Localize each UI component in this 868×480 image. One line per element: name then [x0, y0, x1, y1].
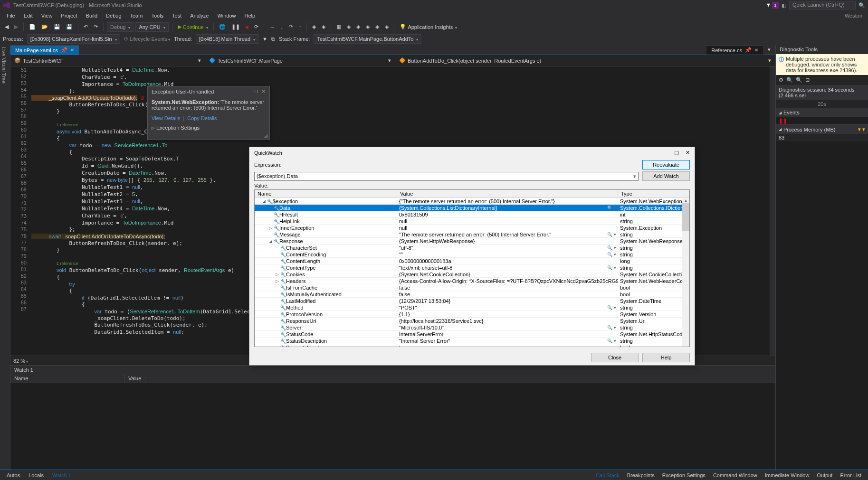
config-dropdown[interactable]: Debug	[107, 22, 134, 32]
close-icon[interactable]: ✕	[754, 47, 758, 53]
stop-icon[interactable]: ■	[244, 24, 251, 30]
grid-row[interactable]: 🔧ContentType "text/xml; charset=utf-8"🔍 …	[255, 264, 689, 271]
watch-col-name[interactable]: Name	[10, 374, 124, 383]
close-button[interactable]: Close	[591, 353, 639, 362]
grid-row[interactable]: 🔧ProtocolVersion {1.1} System.Version	[255, 311, 689, 318]
tb-grid-icon[interactable]: ▦	[334, 23, 343, 30]
grid-row[interactable]: 🔧IsMutuallyAuthenticated false bool	[255, 291, 689, 298]
stack-dropdown[interactable]: TestCshtml5WCF.MainPage.ButtonAddTo	[314, 34, 421, 44]
menu-file[interactable]: File	[3, 12, 19, 19]
grid-row[interactable]: ▷🔧InnerException null System.Exception	[255, 225, 689, 231]
grid-row[interactable]: 🔧StatusDescription "Internal Server Erro…	[255, 338, 689, 344]
menu-test[interactable]: Test	[168, 12, 185, 19]
grid-row[interactable]: 🔧StatusCode InternalServerError System.N…	[255, 331, 689, 338]
menu-help[interactable]: Help	[241, 12, 259, 19]
menu-edit[interactable]: Edit	[20, 12, 37, 19]
reevaluate-button[interactable]: Reevaluate	[642, 160, 690, 169]
close-icon[interactable]: ✕	[70, 47, 74, 53]
sb-exception-settings[interactable]: Exception Settings	[658, 471, 709, 479]
next-statement-icon[interactable]: →	[267, 24, 277, 30]
save-icon[interactable]: 💾	[52, 23, 62, 30]
tab-overflow-icon[interactable]: ▾	[765, 45, 773, 55]
view-details-link[interactable]: View Details	[152, 115, 180, 121]
tb-icon-5[interactable]: ◈	[364, 23, 372, 30]
diag-memory-header[interactable]: ◢Process Memory (MB)▾ ▾	[776, 124, 868, 134]
tb-icon-2[interactable]: ◈	[320, 23, 327, 30]
platform-dropdown[interactable]: Any CPU	[135, 22, 168, 32]
watch-body[interactable]	[10, 383, 775, 470]
watch-col-value[interactable]: Value	[124, 374, 145, 383]
nav-method[interactable]: 🔶 ButtonAddToDo_Click(object sender, Rou…	[395, 56, 775, 65]
browser-icon[interactable]: 🌐	[217, 23, 228, 30]
grid-row[interactable]: ▷🔧Cookies {System.Net.CookieCollection} …	[255, 271, 689, 278]
grid-row[interactable]: 🔧HelpLink null string	[255, 218, 689, 225]
search-icon[interactable]: 🔍	[858, 2, 865, 9]
sb-locals[interactable]: Locals	[25, 471, 48, 479]
col-value[interactable]: Value	[397, 190, 618, 198]
nav-fwd-icon[interactable]: ▶	[12, 23, 20, 30]
tb-icon-3[interactable]: ◈	[345, 23, 353, 30]
nav-class[interactable]: 🔷 TestCshtml5WCF.MainPage▾	[205, 56, 395, 65]
process-dropdown[interactable]: [0x3098] CSharpXamlForHtml5.Sin	[27, 34, 120, 44]
close-icon[interactable]: ✕	[261, 88, 266, 94]
break-all-icon[interactable]: ❚❚	[229, 23, 242, 30]
menu-window[interactable]: Window	[213, 12, 239, 19]
zoom-dropdown[interactable]: 82 %	[13, 358, 25, 364]
scrollbar[interactable]: ▲	[682, 198, 689, 347]
scrollbar[interactable]	[770, 66, 775, 356]
continue-button[interactable]: ▶ Continue	[176, 23, 210, 30]
menu-debug[interactable]: Debug	[102, 12, 125, 19]
sb-command[interactable]: Command Window	[709, 471, 761, 479]
quick-launch-input[interactable]: Quick Launch (Ctrl+Q)	[789, 1, 856, 9]
grid-row[interactable]: 🔧ContentEncoding ""🔍 ▾ string	[255, 251, 689, 258]
diag-gear-icon[interactable]: ⚙	[779, 77, 783, 83]
tb-icon-7[interactable]: ◈	[383, 23, 391, 30]
notifications-icon[interactable]: ▼1	[766, 2, 779, 9]
diag-reset-icon[interactable]: ⊡	[805, 77, 810, 83]
menu-build[interactable]: Build	[82, 12, 101, 19]
user-label[interactable]: Weston	[841, 12, 865, 19]
sb-output[interactable]: Output	[813, 471, 836, 479]
grid-row[interactable]: 🔧CharacterSet "utf-8"🔍 ▾ string	[255, 245, 689, 251]
tb-icon-4[interactable]: ◈	[354, 23, 362, 30]
grid-row[interactable]: 🔧LastModified {12/29/2017 13:53:04} Syst…	[255, 298, 689, 304]
tab-mainpage[interactable]: MainPage.xaml.cs 📌 ✕	[10, 45, 79, 55]
tb-icon-1[interactable]: ◈	[310, 23, 318, 30]
step-into-icon[interactable]: ↓	[278, 24, 285, 30]
grid-row[interactable]: 🔧Server "Microsoft-IIS/10.0"🔍 ▾ string	[255, 324, 689, 331]
diag-zoomout-icon[interactable]: 🔍	[796, 77, 802, 83]
tab-reference[interactable]: Reference.cs 📌 ✕	[706, 45, 763, 55]
menu-project[interactable]: Project	[57, 12, 81, 19]
thread-icon[interactable]: ⧉	[271, 36, 275, 42]
value-grid[interactable]: Name Value Type ◢🔧$exception {"The remot…	[254, 189, 690, 347]
sb-autos[interactable]: Autos	[3, 471, 24, 479]
thread-dropdown[interactable]: [0x4B18] Main Thread	[196, 34, 258, 44]
sb-errorlist[interactable]: Error List	[836, 471, 865, 479]
menu-team[interactable]: Team	[126, 12, 147, 19]
tb-icon-6[interactable]: ◈	[373, 23, 381, 30]
copy-details-link[interactable]: Copy Details	[187, 115, 217, 121]
lifecycle-dropdown[interactable]: ⟳ Lifecycle Events	[124, 36, 171, 42]
grid-row[interactable]: ◢🔧Response {System.Net.HttpWebResponse} …	[255, 238, 689, 245]
restart-icon[interactable]: ⟳	[252, 23, 260, 30]
help-button[interactable]: Help	[642, 353, 690, 362]
grid-row[interactable]: ◢🔧$exception {"The remote server returne…	[255, 198, 689, 205]
step-over-icon[interactable]: ↷	[287, 23, 295, 30]
grid-row[interactable]: ▷🔧Headers {Access-Control-Allow-Origin: …	[255, 278, 689, 284]
grid-row[interactable]: 🔧ContentLength 0x000000000000183a long	[255, 258, 689, 264]
menu-view[interactable]: View	[38, 12, 57, 19]
pin-icon[interactable]: ⊓	[254, 88, 258, 94]
open-icon[interactable]: 📂	[39, 23, 50, 30]
nav-back-icon[interactable]: ◀	[3, 23, 10, 30]
grid-row[interactable]: 🔧SupportsHeaders true bool	[255, 344, 689, 347]
filter-icon[interactable]: ▼	[262, 36, 267, 42]
diag-events-header[interactable]: ◢Events	[776, 108, 868, 117]
feedback-icon[interactable]: ◧	[782, 2, 786, 9]
left-rail[interactable]: Live Visual Tree	[0, 45, 10, 470]
step-out-icon[interactable]: ↑	[297, 24, 304, 30]
sb-immediate[interactable]: Immediate Window	[761, 471, 813, 479]
grid-row[interactable]: 🔧Message "The remote server returned an …	[255, 231, 689, 238]
new-project-icon[interactable]: 📄	[27, 23, 38, 30]
redo-icon[interactable]: ↷	[92, 23, 100, 30]
col-type[interactable]: Type	[618, 190, 689, 198]
